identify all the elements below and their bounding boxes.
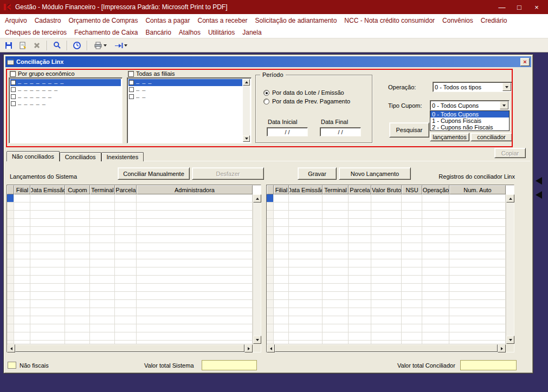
- grid-cell[interactable]: [30, 316, 65, 324]
- grid-cell[interactable]: [90, 332, 115, 341]
- grid-cell[interactable]: [402, 292, 422, 300]
- print-button[interactable]: [91, 40, 110, 51]
- grid-cell[interactable]: [30, 202, 65, 211]
- grid-cell[interactable]: [349, 194, 371, 202]
- grid-cell[interactable]: [90, 194, 115, 202]
- grid-cell[interactable]: [65, 219, 90, 227]
- column-header[interactable]: Filial: [274, 185, 289, 194]
- row-selector[interactable]: [267, 235, 274, 243]
- row-selector[interactable]: [267, 276, 274, 284]
- radio-por-data-prev-pagamento[interactable]: Por data de Prev. Pagamento: [263, 98, 350, 104]
- grid-cell[interactable]: [137, 284, 253, 292]
- grid-cell[interactable]: [14, 243, 30, 251]
- grid-cell[interactable]: [349, 211, 371, 219]
- grid-cell[interactable]: [289, 300, 323, 308]
- grid-cell[interactable]: [289, 243, 323, 251]
- list-item[interactable]: – – – – – –: [10, 93, 121, 100]
- horizontal-scrollbar[interactable]: [267, 344, 506, 352]
- row-selector[interactable]: [7, 219, 14, 227]
- minimize-button[interactable]: —: [494, 2, 510, 12]
- grid-cell[interactable]: [274, 300, 289, 308]
- gravar-button[interactable]: Gravar: [298, 167, 337, 180]
- grid-cell[interactable]: [323, 316, 349, 324]
- grid-cell[interactable]: [90, 276, 115, 284]
- mdi-edge-arrow-icon[interactable]: [536, 191, 542, 199]
- close-button[interactable]: ×: [528, 2, 545, 12]
- menu-cheques-de-terceiros[interactable]: Cheques de terceiros: [1, 27, 70, 38]
- scroll-up-icon[interactable]: [243, 79, 250, 86]
- grid-cell[interactable]: [349, 292, 371, 300]
- grid-cell[interactable]: [65, 284, 90, 292]
- grid-cell[interactable]: [115, 251, 137, 259]
- scroll-left-icon[interactable]: [267, 344, 275, 352]
- grid-cell[interactable]: [422, 267, 449, 276]
- grid-cell[interactable]: [402, 267, 422, 276]
- grid-cell[interactable]: [289, 284, 323, 292]
- grid-cell[interactable]: [422, 202, 449, 211]
- grid-cell[interactable]: [422, 284, 449, 292]
- grid-cell[interactable]: [289, 308, 323, 316]
- grid-cell[interactable]: [137, 194, 253, 202]
- grid-cell[interactable]: [90, 300, 115, 308]
- grid-cell[interactable]: [289, 276, 323, 284]
- column-header[interactable]: Data Emissão: [30, 185, 65, 194]
- grid-cell[interactable]: [402, 227, 422, 235]
- grid-cell[interactable]: [115, 259, 137, 267]
- grid-cell[interactable]: [289, 202, 323, 211]
- grid-cell[interactable]: [30, 284, 65, 292]
- row-selector[interactable]: [7, 235, 14, 243]
- grid-cell[interactable]: [371, 227, 402, 235]
- grid-cell[interactable]: [422, 243, 449, 251]
- grid-cell[interactable]: [30, 324, 65, 332]
- valor-total-sistema-input[interactable]: [202, 360, 257, 370]
- grid-cell[interactable]: [349, 316, 371, 324]
- grid-cell[interactable]: [65, 259, 90, 267]
- grid-cell[interactable]: [65, 300, 90, 308]
- grid-cell[interactable]: [349, 300, 371, 308]
- grid-cell[interactable]: [30, 243, 65, 251]
- todas-as-filiais-checkbox[interactable]: Todas as filiais: [128, 70, 175, 77]
- grid-cell[interactable]: [422, 251, 449, 259]
- grid-cell[interactable]: [137, 316, 253, 324]
- grid-cell[interactable]: [65, 276, 90, 284]
- menu-arquivo[interactable]: Arquivo: [1, 15, 31, 26]
- grid-cell[interactable]: [30, 276, 65, 284]
- scroll-right-icon[interactable]: [244, 344, 253, 352]
- scroll-up-icon[interactable]: [253, 194, 261, 202]
- grid-cell[interactable]: [449, 332, 506, 341]
- grid-cell[interactable]: [371, 202, 402, 211]
- grid-cell[interactable]: [349, 235, 371, 243]
- grid-cell[interactable]: [30, 211, 65, 219]
- grid-cell[interactable]: [323, 243, 349, 251]
- grid-cell[interactable]: [323, 194, 349, 202]
- radio-por-data-lote-emissao[interactable]: Por data do Lote / Emissão: [263, 89, 344, 96]
- scrollbar-thumb[interactable]: [275, 344, 498, 352]
- chevron-down-icon[interactable]: [500, 101, 508, 109]
- grid-cell[interactable]: [90, 235, 115, 243]
- dropdown-option[interactable]: 2 - Cupons não Fiscais: [430, 124, 509, 130]
- checkbox-icon[interactable]: [11, 101, 16, 106]
- grid-cell[interactable]: [323, 211, 349, 219]
- grid-cell[interactable]: [402, 243, 422, 251]
- grid-cell[interactable]: [14, 308, 30, 316]
- column-header[interactable]: Operação: [422, 185, 449, 194]
- row-selector[interactable]: [267, 211, 274, 219]
- grid-cell[interactable]: [422, 219, 449, 227]
- row-selector[interactable]: [267, 227, 274, 235]
- grid-cell[interactable]: [422, 194, 449, 202]
- grid-cell[interactable]: [274, 235, 289, 243]
- grid-cell[interactable]: [402, 202, 422, 211]
- grid-cell[interactable]: [274, 276, 289, 284]
- row-selector[interactable]: [267, 219, 274, 227]
- menu-convenios[interactable]: Convênios: [439, 15, 477, 26]
- grid-cell[interactable]: [323, 251, 349, 259]
- column-header[interactable]: Parcela: [115, 185, 137, 194]
- row-selector[interactable]: [267, 284, 274, 292]
- conciliar-manualmente-button[interactable]: Conciliar Manualmente: [118, 167, 190, 180]
- grid-cell[interactable]: [90, 211, 115, 219]
- delete-button[interactable]: [30, 40, 43, 51]
- grid-cell[interactable]: [402, 332, 422, 341]
- grid-cell[interactable]: [371, 235, 402, 243]
- chevron-down-icon[interactable]: [104, 44, 107, 47]
- grid-cell[interactable]: [65, 324, 90, 332]
